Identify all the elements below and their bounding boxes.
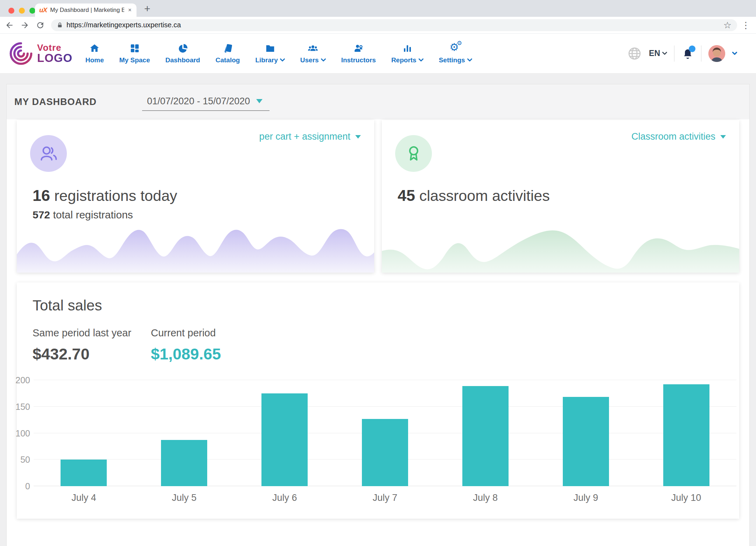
notifications-button[interactable] — [681, 47, 694, 60]
registrations-headline: 16 registrations today — [33, 187, 177, 205]
sales-bar-july-6 — [261, 393, 308, 486]
navbar-right: EN — [627, 45, 747, 62]
filter-label: Classroom activities — [631, 131, 715, 142]
tab-close-icon[interactable]: × — [127, 7, 132, 14]
brand-logo[interactable]: Votre LOGO — [9, 42, 79, 65]
nav-item-library[interactable]: Library — [255, 43, 285, 64]
browser-toolbar: https://marketingexperts.uxpertise.ca ☆ … — [0, 17, 756, 34]
registrations-card: per cart + assignment 16 registrations t… — [17, 120, 374, 273]
bookmark-star-icon[interactable]: ☆ — [723, 21, 732, 30]
window-minimize-button[interactable] — [19, 8, 25, 14]
nav-label: Home — [85, 56, 104, 64]
activities-card: Classroom activities 45 classroom activi… — [382, 120, 739, 273]
main-menu: Home My Space Dashboard Catalog L — [85, 43, 472, 64]
app-navbar: Votre LOGO Home My Space Dashboard — [0, 34, 756, 74]
current-period-stat: Current period $1,089.65 — [151, 327, 221, 363]
sales-bar-july-5 — [161, 440, 207, 486]
nav-item-my-space[interactable]: My Space — [119, 43, 150, 64]
x-tick-label: July 9 — [536, 492, 636, 503]
window-controls — [8, 8, 35, 14]
reload-icon — [36, 21, 45, 30]
bar-slot — [234, 380, 335, 486]
browser-menu-icon[interactable]: ⋮ — [741, 20, 750, 30]
chevron-down-icon — [280, 58, 285, 62]
nav-label: Reports — [391, 56, 416, 64]
bar-chart-icon — [402, 43, 413, 54]
nav-item-users[interactable]: Users — [300, 43, 326, 64]
address-bar[interactable]: https://marketingexperts.uxpertise.ca ☆ — [51, 19, 737, 31]
avatar-image — [708, 45, 725, 62]
previous-period-stat: Same period last year $432.70 — [33, 327, 131, 363]
language-selector[interactable]: EN — [649, 49, 667, 58]
user-avatar[interactable] — [708, 45, 725, 62]
activities-value: 45 — [398, 187, 415, 204]
nav-item-settings[interactable]: ⚙ ⚙ Settings — [439, 43, 472, 64]
current-period-value: $1,089.65 — [151, 345, 221, 363]
settings-gears-icon: ⚙ ⚙ — [449, 43, 461, 54]
activities-filter-dropdown[interactable]: Classroom activities — [631, 131, 726, 142]
bar-slot — [435, 380, 536, 486]
previous-period-label: Same period last year — [33, 327, 131, 339]
browser-tab-bar: uX My Dashboard | Marketing Ex... × + — [0, 0, 756, 17]
dashboard-body: per cart + assignment 16 registrations t… — [7, 119, 749, 519]
chevron-down-icon — [662, 52, 667, 55]
dropdown-arrow-icon — [720, 135, 726, 139]
new-tab-button[interactable]: + — [144, 3, 150, 15]
registrations-value: 16 — [33, 187, 50, 204]
window-maximize-button[interactable] — [29, 8, 35, 14]
dropdown-arrow-icon — [355, 135, 361, 139]
nav-label: My Space — [119, 56, 150, 64]
award-icon — [403, 143, 425, 164]
logo-line2: LOGO — [37, 52, 72, 64]
chevron-down-icon — [321, 58, 326, 62]
nav-item-reports[interactable]: Reports — [391, 43, 424, 64]
filter-label: per cart + assignment — [259, 131, 350, 142]
y-tick-label: 150 — [15, 401, 30, 412]
x-tick-label: July 5 — [134, 492, 234, 503]
sales-bar-july-9 — [563, 397, 609, 486]
reload-button[interactable] — [34, 19, 46, 31]
users-icon — [308, 43, 318, 54]
nav-item-catalog[interactable]: Catalog — [216, 43, 240, 64]
page-background: MY DASHBOARD 01/07/2020 - 15/07/2020 — [0, 74, 756, 546]
registrations-filter-dropdown[interactable]: per cart + assignment — [259, 131, 361, 142]
sales-bar-july-8 — [462, 386, 509, 486]
previous-period-value: $432.70 — [33, 345, 131, 363]
user-menu-chevron-icon[interactable] — [732, 52, 737, 55]
divider — [701, 46, 701, 62]
browser-tab[interactable]: uX My Dashboard | Marketing Ex... × — [35, 4, 136, 17]
x-tick-label: July 4 — [34, 492, 134, 503]
dropdown-arrow-icon — [256, 99, 262, 103]
activities-icon-circle — [395, 135, 432, 172]
y-tick-label: 50 — [20, 455, 30, 465]
window-close-button[interactable] — [8, 8, 14, 14]
back-button[interactable] — [4, 19, 15, 31]
date-range-value: 01/07/2020 - 15/07/2020 — [147, 96, 250, 107]
logo-line1: Votre — [37, 43, 72, 52]
nav-item-home[interactable]: Home — [85, 43, 104, 64]
y-tick-label: 100 — [15, 428, 30, 438]
sales-title: Total sales — [33, 297, 102, 314]
sales-bar-july-10 — [663, 384, 709, 486]
bar-slot — [636, 380, 736, 486]
y-tick-label: 200 — [15, 375, 30, 385]
activities-sparkline — [382, 220, 739, 273]
sales-chart-bars — [34, 380, 736, 486]
language-label: EN — [649, 49, 660, 58]
x-tick-label: July 7 — [335, 492, 435, 503]
date-range-selector[interactable]: 01/07/2020 - 15/07/2020 — [142, 93, 270, 111]
current-period-label: Current period — [151, 327, 221, 339]
nav-item-dashboard[interactable]: Dashboard — [165, 43, 200, 64]
nav-item-instructors[interactable]: Instructors — [341, 43, 376, 64]
nav-label: Users — [300, 56, 319, 64]
divider — [674, 46, 674, 62]
tab-title: My Dashboard | Marketing Ex... — [50, 7, 124, 14]
dashboard-header: MY DASHBOARD 01/07/2020 - 15/07/2020 — [7, 84, 749, 119]
lock-icon — [57, 22, 63, 28]
activities-headline: 45 classroom activities — [398, 187, 550, 205]
x-tick-label: July 8 — [435, 492, 536, 503]
sales-bar-july-4 — [61, 460, 107, 486]
favicon-icon: uX — [39, 6, 47, 14]
forward-button[interactable] — [19, 19, 31, 31]
registrations-total-label: total registrations — [50, 209, 133, 220]
